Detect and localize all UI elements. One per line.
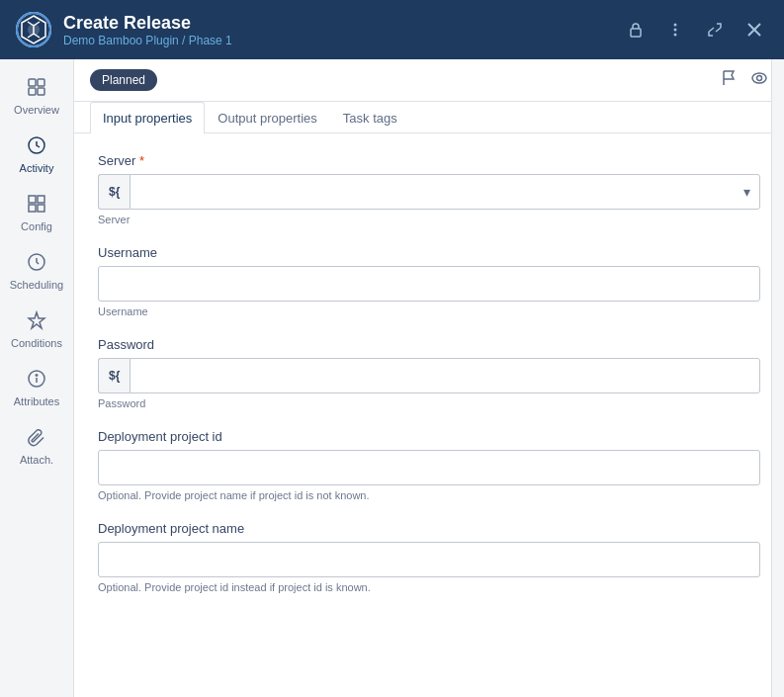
form-group-server: Server * ${ Server xyxy=(98,153,760,225)
eye-button[interactable] xyxy=(750,69,768,91)
svg-rect-3 xyxy=(631,29,641,37)
svg-rect-14 xyxy=(29,205,36,212)
svg-rect-12 xyxy=(29,196,36,203)
password-input-row: ${ xyxy=(98,358,760,393)
sidebar-item-config[interactable]: Config xyxy=(0,184,73,242)
tab-input-properties[interactable]: Input properties xyxy=(90,102,205,133)
sidebar: Overview Activity Config Scheduling xyxy=(0,59,74,697)
sidebar-item-attach-label: Attach. xyxy=(20,454,53,466)
svg-point-20 xyxy=(752,73,766,83)
header-actions xyxy=(622,16,768,44)
header-subtitle: Demo Bamboo Plugin / Phase 1 xyxy=(63,34,622,47)
username-label: Username xyxy=(98,245,760,260)
attributes-icon xyxy=(27,369,46,392)
form-group-deployment-project-name: Deployment project name Optional. Provid… xyxy=(98,521,760,593)
scheduling-icon xyxy=(27,252,46,275)
sidebar-item-conditions[interactable]: Conditions xyxy=(0,301,73,359)
more-button[interactable] xyxy=(661,16,689,44)
subtitle-sep: / xyxy=(179,34,189,47)
svg-rect-8 xyxy=(38,79,44,86)
deployment-project-id-hint: Optional. Provide project name if projec… xyxy=(98,489,760,501)
content-header: Planned xyxy=(74,59,784,102)
server-input-row: ${ xyxy=(98,174,760,210)
tab-task-tags[interactable]: Task tags xyxy=(330,102,410,133)
password-label: Password xyxy=(98,337,760,352)
username-hint: Username xyxy=(98,305,760,317)
sidebar-item-activity-label: Activity xyxy=(20,162,54,174)
form-group-deployment-project-id: Deployment project id Optional. Provide … xyxy=(98,429,760,501)
main-layout: Overview Activity Config Scheduling xyxy=(0,59,784,697)
sidebar-item-activity[interactable]: Activity xyxy=(0,126,73,184)
sidebar-item-conditions-label: Conditions xyxy=(11,337,62,349)
svg-point-6 xyxy=(674,34,677,37)
server-select-wrapper xyxy=(130,174,760,210)
server-label: Server * xyxy=(98,153,760,168)
svg-rect-9 xyxy=(29,88,36,95)
activity-icon xyxy=(27,135,46,158)
password-var-button[interactable]: ${ xyxy=(98,358,130,393)
password-hint: Password xyxy=(98,397,760,409)
form-group-username: Username Username xyxy=(98,245,760,317)
sidebar-item-attach[interactable]: Attach. xyxy=(0,417,73,476)
svg-rect-13 xyxy=(38,196,44,203)
status-badge: Planned xyxy=(90,69,157,91)
server-hint: Server xyxy=(98,214,760,225)
svg-point-19 xyxy=(36,375,38,377)
subtitle-phase: Phase 1 xyxy=(189,34,232,47)
content-header-icons xyxy=(721,69,768,91)
lock-button[interactable] xyxy=(622,16,650,44)
config-icon xyxy=(27,194,46,217)
app-logo xyxy=(16,12,51,47)
header: Create Release Demo Bamboo Plugin / Phas… xyxy=(0,0,784,59)
deployment-project-name-label: Deployment project name xyxy=(98,521,760,536)
password-input[interactable] xyxy=(130,358,760,393)
svg-rect-10 xyxy=(38,88,44,95)
server-select[interactable] xyxy=(130,174,760,210)
svg-point-5 xyxy=(674,29,677,32)
deployment-project-id-input[interactable] xyxy=(98,450,760,485)
username-input[interactable] xyxy=(98,266,760,302)
sidebar-item-config-label: Config xyxy=(21,220,52,232)
deployment-project-name-input[interactable] xyxy=(98,542,760,577)
sidebar-item-overview[interactable]: Overview xyxy=(0,67,73,126)
svg-rect-7 xyxy=(29,79,36,86)
attach-icon xyxy=(27,427,46,450)
svg-rect-15 xyxy=(38,205,44,212)
sidebar-item-scheduling-label: Scheduling xyxy=(10,279,63,291)
subtitle-prefix: Demo Bamboo Plugin xyxy=(63,34,179,47)
conditions-icon xyxy=(27,310,46,333)
content-area: Planned Input properties Output properti… xyxy=(74,59,784,697)
deployment-project-id-label: Deployment project id xyxy=(98,429,760,444)
flag-button[interactable] xyxy=(721,69,739,91)
form-content: Server * ${ Server Username xyxy=(74,133,784,697)
close-button[interactable] xyxy=(740,16,768,44)
header-titles: Create Release Demo Bamboo Plugin / Phas… xyxy=(63,13,622,47)
svg-point-4 xyxy=(674,24,677,27)
sidebar-item-attributes[interactable]: Attributes xyxy=(0,359,73,417)
svg-point-21 xyxy=(757,76,762,81)
overview-icon xyxy=(27,77,46,100)
header-title: Create Release xyxy=(63,13,622,34)
deployment-project-name-hint: Optional. Provide project id instead if … xyxy=(98,581,760,593)
server-var-button[interactable]: ${ xyxy=(98,174,130,210)
sidebar-item-attributes-label: Attributes xyxy=(14,395,59,407)
expand-button[interactable] xyxy=(701,16,729,44)
sidebar-item-overview-label: Overview xyxy=(14,104,59,116)
tabs: Input properties Output properties Task … xyxy=(74,102,784,133)
tab-output-properties[interactable]: Output properties xyxy=(205,102,329,133)
sidebar-item-scheduling[interactable]: Scheduling xyxy=(0,242,73,301)
form-group-password: Password ${ Password xyxy=(98,337,760,409)
